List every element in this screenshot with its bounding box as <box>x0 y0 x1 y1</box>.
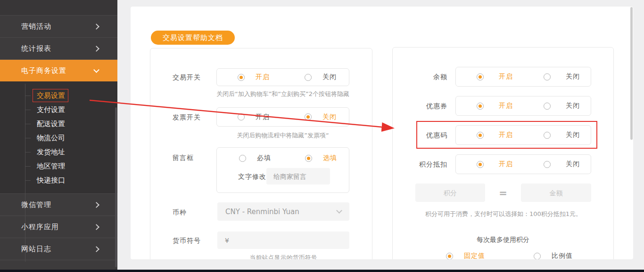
coupon-code-label: 优惠码 <box>393 131 447 140</box>
radio-unselected-icon <box>305 74 312 81</box>
currency-symbol-label: 货币符号 <box>173 237 201 245</box>
sidebar-item-label: 小程序应用 <box>21 223 59 232</box>
sidebar-item-label: 营销活动 <box>21 22 51 31</box>
message-text-input[interactable] <box>266 168 330 184</box>
sidebar-item-wechat[interactable]: 微信管理 <box>0 194 117 216</box>
sidebar-top-partial-item <box>0 0 117 16</box>
radio-unselected-icon <box>544 132 551 139</box>
chevron-right-icon <box>93 24 99 30</box>
radio-unselected-icon <box>239 155 246 162</box>
help-doc-button[interactable]: 交易设置帮助文档 <box>151 31 235 45</box>
chevron-right-icon <box>93 202 99 208</box>
sidebar-item-label: 统计报表 <box>21 44 51 53</box>
radio-optional-option[interactable]: 选填 <box>305 154 337 162</box>
sidebar-item-ecommerce-settings[interactable]: 电子商务设置 <box>0 60 117 81</box>
currency-symbol-helper: 当前站点显示的货币符号 <box>217 254 349 259</box>
sidebar-item-site-logs[interactable]: 网站日志 <box>0 238 117 260</box>
radio-selected-icon <box>305 113 312 120</box>
transaction-switch-helper: 关闭后“加入购物车”和“立刻购买”2个按钮将隐藏 <box>207 90 359 98</box>
radio-selected-icon <box>238 74 245 81</box>
chevron-right-icon <box>93 224 99 230</box>
radio-unselected-icon <box>238 113 245 120</box>
radio-ratio-value-option[interactable]: 比例值 <box>534 252 573 259</box>
radio-on-option[interactable]: 开启 <box>477 160 513 168</box>
radio-off-option[interactable]: 关闭 <box>305 113 337 121</box>
sidebar-item-label: 网站日志 <box>21 245 51 254</box>
points-deduction-switch-group: 开启 关闭 <box>455 154 591 174</box>
transaction-settings-card: 交易开关 开启 关闭 关闭后“加入购物车”和“立刻购买”2个按钮将隐藏 发票开关… <box>150 48 372 259</box>
radio-on-option[interactable]: 开启 <box>477 72 513 81</box>
radio-off-option[interactable]: 关闭 <box>544 160 580 168</box>
text-modify-label: 文字修改 <box>238 173 266 181</box>
sidebar-item-label: 微信管理 <box>21 200 51 209</box>
radio-on-option[interactable]: 开启 <box>238 113 270 121</box>
radio-selected-icon <box>477 161 484 168</box>
coupon-code-switch-group: 开启 关闭 <box>455 125 591 145</box>
invoice-switch-group: 开启 关闭 <box>216 107 349 127</box>
radio-required-option[interactable]: 必填 <box>239 154 271 162</box>
radio-selected-icon <box>446 253 453 260</box>
radio-selected-icon <box>477 103 484 110</box>
sidebar-item-miniprogram[interactable]: 小程序应用 <box>0 216 117 238</box>
discount-settings-card: 余额 开启 关闭 优惠券 开启 关闭 优惠码 <box>392 47 614 259</box>
content-scrollbar[interactable] <box>630 7 633 140</box>
chevron-down-icon <box>93 67 99 73</box>
sidebar: 营销活动 统计报表 电子商务设置 交易设置 支付设置 配送设置 物流公司 发货地… <box>0 0 117 270</box>
radio-fixed-value-option[interactable]: 固定值 <box>446 252 485 259</box>
ecommerce-submenu: 交易设置 支付设置 配送设置 物流公司 发货地址 地区管理 快递接口 <box>0 81 117 194</box>
radio-off-option[interactable]: 关闭 <box>544 72 580 81</box>
sidebar-item-label: 电子商务设置 <box>21 66 66 75</box>
taskbar-edge-strip <box>0 270 644 272</box>
submenu-item-transaction-settings[interactable]: 交易设置 <box>37 88 65 103</box>
sidebar-scrollbar[interactable] <box>115 107 117 267</box>
radio-unselected-icon <box>534 253 541 260</box>
submenu-item-express-interface[interactable]: 快递接口 <box>37 173 65 187</box>
points-helper: 积分可用于消费，支付时可以选择如：100积分抵扣1元。 <box>393 210 614 218</box>
transaction-switch-label: 交易开关 <box>173 73 201 82</box>
balance-label: 余额 <box>393 73 447 81</box>
coupon-label: 优惠券 <box>393 102 447 111</box>
balance-switch-group: 开启 关闭 <box>455 67 591 87</box>
submenu-item-delivery-settings[interactable]: 配送设置 <box>37 117 65 131</box>
radio-unselected-icon <box>544 161 551 168</box>
transaction-switch-group: 开启 关闭 <box>216 68 349 86</box>
radio-on-option[interactable]: 开启 <box>477 131 513 139</box>
message-box-group: 必填 选填 文字修改 <box>216 147 349 193</box>
sidebar-item-statistics[interactable]: 统计报表 <box>0 38 117 60</box>
points-deduction-label: 积分抵扣 <box>393 160 447 169</box>
radio-off-option[interactable]: 关闭 <box>544 102 580 110</box>
invoice-switch-label: 发票开关 <box>173 113 201 122</box>
radio-unselected-icon <box>544 103 551 110</box>
currency-select-value: CNY - Renminbi Yuan <box>225 208 299 216</box>
invoice-switch-helper: 关闭后购物流程中将隐藏”发票项“ <box>216 131 349 140</box>
chevron-down-icon <box>336 208 342 214</box>
coupon-switch-group: 开启 关闭 <box>455 96 591 116</box>
radio-off-option[interactable]: 关闭 <box>305 73 337 81</box>
submenu-item-shipping-address[interactable]: 发货地址 <box>37 145 65 159</box>
radio-selected-icon <box>477 73 484 80</box>
submenu-item-payment-settings[interactable]: 支付设置 <box>37 103 65 117</box>
radio-off-option[interactable]: 关闭 <box>544 131 580 139</box>
currency-select[interactable]: CNY - Renminbi Yuan <box>217 202 349 221</box>
radio-on-option[interactable]: 开启 <box>477 102 513 110</box>
radio-selected-icon <box>477 132 484 139</box>
chevron-right-icon <box>93 246 99 252</box>
currency-symbol-input[interactable] <box>217 232 349 249</box>
radio-on-option[interactable]: 开启 <box>238 73 270 81</box>
currency-label: 币种 <box>173 208 187 217</box>
radio-unselected-icon <box>544 73 551 80</box>
radio-selected-icon <box>305 155 312 162</box>
main-content-panel: 交易设置帮助文档 交易开关 开启 关闭 关闭后“加入购物车”和“立刻购买”2个按… <box>131 7 633 259</box>
submenu-item-region-management[interactable]: 地区管理 <box>37 159 65 173</box>
amount-input[interactable] <box>521 184 591 202</box>
sidebar-item-marketing[interactable]: 营销活动 <box>0 16 117 38</box>
chevron-right-icon <box>93 46 99 52</box>
message-box-label: 留言框 <box>173 154 194 162</box>
submenu-item-logistics-company[interactable]: 物流公司 <box>37 131 65 145</box>
equals-sign: ＝ <box>497 185 509 200</box>
points-input[interactable] <box>415 184 485 202</box>
max-points-label: 每次最多使用积分 <box>393 236 613 244</box>
